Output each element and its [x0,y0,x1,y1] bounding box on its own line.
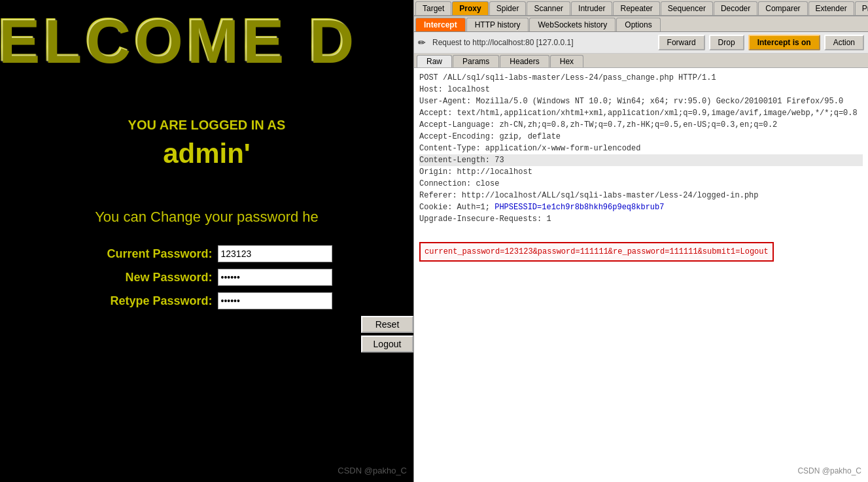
req-line-2: Host: localhost [419,84,863,95]
post-data-text: current_password=123123&password=111111&… [425,247,769,256]
req-line-9: Origin: http://localhost [419,166,863,178]
logged-in-label: YOU ARE LOGGED IN AS [0,118,413,133]
current-password-input[interactable] [218,245,332,262]
cookie-value: PHPSESSID=1e1ch9r8b8hkh96p9eq8kbrub7 [495,203,664,212]
view-tab-headers[interactable]: Headers [500,55,549,67]
logout-button[interactable]: Logout [361,336,413,353]
webpage-panel: ELCOME D YOU ARE LOGGED IN AS admin' You… [0,0,413,482]
tab-proxy[interactable]: Proxy [452,1,488,15]
tab-decoder[interactable]: Decoder [714,1,757,15]
subtab-intercept[interactable]: Intercept [415,18,466,31]
top-tabs-bar: Target Proxy Spider Scanner Intruder Rep… [414,0,868,16]
view-tabs-bar: Raw Params Headers Hex [414,54,868,68]
req-line-8: Content-Length: 73 [419,154,863,166]
logged-in-section: YOU ARE LOGGED IN AS admin' [0,118,413,169]
new-password-row: New Password: [82,269,332,286]
request-label: Request to http://localhost:80 [127.0.0.… [432,38,654,47]
tab-target[interactable]: Target [415,1,451,15]
retype-password-row: Retype Password: [82,292,332,309]
subtab-websockets[interactable]: WebSockets history [529,18,616,31]
new-password-input[interactable] [218,269,332,286]
view-tab-raw[interactable]: Raw [417,55,452,67]
req-line-13: Upgrade-Insecure-Requests: 1 [419,213,863,225]
req-line-1: POST /ALL/sql/sqli-labs-master/Less-24/p… [419,72,863,84]
welcome-title: ELCOME D [0,4,356,75]
post-data-box: current_password=123123&password=111111&… [419,242,774,262]
tab-project[interactable]: Project [855,1,868,15]
req-line-7: Content-Type: application/x-www-form-url… [419,143,863,154]
view-tab-hex[interactable]: Hex [550,55,583,67]
tab-scanner[interactable]: Scanner [527,1,570,15]
req-line-10: Connection: close [419,178,863,190]
subtab-options[interactable]: Options [616,18,660,31]
burp-watermark: CSDN @pakho_C [797,466,861,475]
change-password-text: You can Change your password he [0,209,413,226]
req-line-5: Accept-Language: zh-CN,zh;q=0.8,zh-TW;q=… [419,119,863,131]
tab-repeater[interactable]: Repeater [613,1,659,15]
intercept-toggle-button[interactable]: Intercept is on [748,35,820,50]
sub-tabs-bar: Intercept HTTP history WebSockets histor… [414,16,868,32]
subtab-http-history[interactable]: HTTP history [466,18,529,31]
tab-intruder[interactable]: Intruder [571,1,612,15]
logged-in-user: admin' [0,138,413,169]
current-password-label: Current Password: [82,247,213,261]
form-buttons: Reset Logout [137,316,413,353]
tab-extender[interactable]: Extender [808,1,854,15]
req-line-11: Referer: http://localhost/ALL/sql/sqli-l… [419,190,863,201]
tab-sequencer[interactable]: Sequencer [661,1,713,15]
current-password-row: Current Password: [82,245,332,262]
retype-password-label: Retype Password: [82,294,213,308]
reset-button[interactable]: Reset [361,316,413,333]
password-form: Current Password: New Password: Retype P… [0,245,413,309]
drop-button[interactable]: Drop [709,35,744,50]
tab-comparer[interactable]: Comparer [758,1,807,15]
request-content: POST /ALL/sql/sqli-labs-master/Less-24/p… [414,68,868,482]
req-line-4: Accept: text/html,application/xhtml+xml,… [419,107,863,119]
intercept-toolbar: ✏ Request to http://localhost:80 [127.0.… [414,32,868,54]
tab-spider[interactable]: Spider [489,1,527,15]
watermark: CSDN @pakho_C [338,466,407,475]
view-tab-params[interactable]: Params [453,55,499,67]
edit-icon: ✏ [418,37,428,48]
req-line-6: Accept-Encoding: gzip, deflate [419,131,863,143]
req-line-12: Cookie: Auth=1; PHPSESSID=1e1ch9r8b8hkh9… [419,201,863,213]
forward-button[interactable]: Forward [658,35,705,50]
new-password-label: New Password: [82,271,213,284]
burp-suite-panel: Target Proxy Spider Scanner Intruder Rep… [413,0,868,482]
welcome-title-wrapper: ELCOME D [0,0,413,78]
action-button[interactable]: Action [824,35,864,50]
req-line-3: User-Agent: Mozilla/5.0 (Windows NT 10.0… [419,95,863,107]
retype-password-input[interactable] [218,292,332,309]
